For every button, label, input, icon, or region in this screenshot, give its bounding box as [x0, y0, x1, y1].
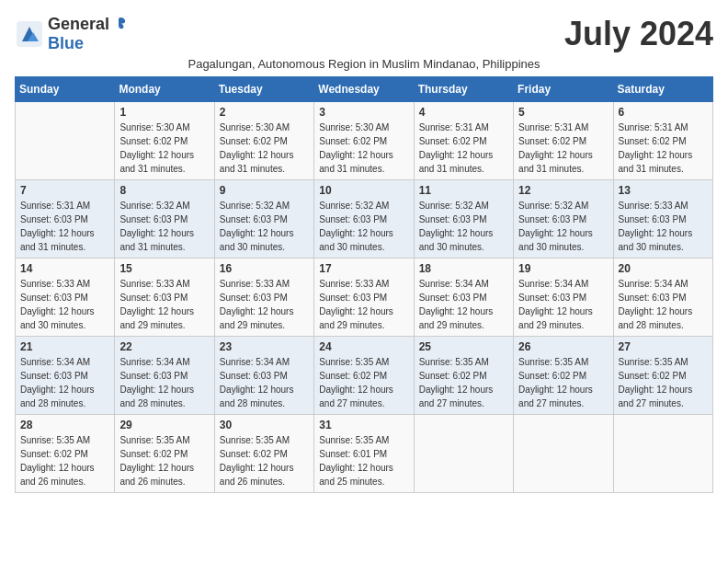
calendar-cell: 18Sunrise: 5:34 AM Sunset: 6:03 PM Dayli…: [414, 259, 513, 337]
calendar-cell: 3Sunrise: 5:30 AM Sunset: 6:02 PM Daylig…: [314, 102, 414, 180]
day-number: 19: [518, 262, 608, 275]
day-number: 6: [619, 106, 708, 119]
calendar-cell: 24Sunrise: 5:35 AM Sunset: 6:02 PM Dayli…: [314, 337, 414, 415]
calendar-cell: 29Sunrise: 5:35 AM Sunset: 6:02 PM Dayli…: [115, 415, 214, 493]
day-info: Sunrise: 5:30 AM Sunset: 6:02 PM Dayligh…: [220, 121, 309, 176]
day-info: Sunrise: 5:33 AM Sunset: 6:03 PM Dayligh…: [319, 277, 408, 332]
day-number: 16: [220, 262, 309, 275]
day-number: 11: [419, 184, 508, 197]
day-number: 4: [419, 106, 508, 119]
day-number: 17: [319, 262, 408, 275]
calendar-cell: [414, 415, 513, 493]
day-number: 10: [319, 184, 408, 197]
day-number: 7: [20, 184, 109, 197]
day-number: 9: [220, 184, 309, 197]
logo: General Blue: [15, 15, 127, 53]
day-info: Sunrise: 5:35 AM Sunset: 6:02 PM Dayligh…: [419, 355, 508, 410]
day-number: 23: [220, 340, 309, 353]
calendar-day-header: Monday: [115, 77, 214, 102]
calendar-header-row: SundayMondayTuesdayWednesdayThursdayFrid…: [16, 77, 713, 102]
calendar-cell: [16, 102, 115, 180]
day-number: 13: [619, 184, 708, 197]
day-info: Sunrise: 5:32 AM Sunset: 6:03 PM Dayligh…: [518, 199, 608, 254]
day-number: 5: [518, 106, 608, 119]
day-number: 28: [20, 419, 109, 431]
day-number: 20: [619, 262, 708, 275]
day-info: Sunrise: 5:35 AM Sunset: 6:02 PM Dayligh…: [119, 433, 209, 488]
day-number: 31: [319, 419, 408, 431]
logo-blue: Blue: [48, 34, 84, 52]
calendar-cell: 6Sunrise: 5:31 AM Sunset: 6:02 PM Daylig…: [613, 102, 712, 180]
logo-bird-icon: [110, 15, 127, 31]
calendar-cell: [613, 415, 712, 493]
day-number: 26: [518, 340, 608, 353]
day-number: 29: [119, 419, 209, 431]
day-number: 1: [119, 106, 209, 119]
page-header: General Blue July 2024: [15, 15, 713, 53]
day-info: Sunrise: 5:32 AM Sunset: 6:03 PM Dayligh…: [319, 199, 408, 254]
calendar-cell: 22Sunrise: 5:34 AM Sunset: 6:03 PM Dayli…: [115, 337, 214, 415]
day-number: 14: [20, 262, 109, 275]
day-info: Sunrise: 5:34 AM Sunset: 6:03 PM Dayligh…: [518, 277, 608, 332]
calendar-cell: 5Sunrise: 5:31 AM Sunset: 6:02 PM Daylig…: [514, 102, 613, 180]
day-number: 2: [220, 106, 309, 119]
day-number: 25: [419, 340, 508, 353]
calendar-cell: 31Sunrise: 5:35 AM Sunset: 6:01 PM Dayli…: [314, 415, 414, 493]
day-number: 30: [220, 419, 309, 431]
day-info: Sunrise: 5:34 AM Sunset: 6:03 PM Dayligh…: [619, 277, 708, 332]
calendar-cell: 25Sunrise: 5:35 AM Sunset: 6:02 PM Dayli…: [414, 337, 513, 415]
calendar-week-row: 1Sunrise: 5:30 AM Sunset: 6:02 PM Daylig…: [16, 102, 713, 180]
calendar-week-row: 28Sunrise: 5:35 AM Sunset: 6:02 PM Dayli…: [16, 415, 713, 493]
calendar-cell: 4Sunrise: 5:31 AM Sunset: 6:02 PM Daylig…: [414, 102, 513, 180]
calendar-cell: 11Sunrise: 5:32 AM Sunset: 6:03 PM Dayli…: [414, 180, 513, 259]
day-info: Sunrise: 5:34 AM Sunset: 6:03 PM Dayligh…: [20, 355, 109, 410]
calendar-cell: 9Sunrise: 5:32 AM Sunset: 6:03 PM Daylig…: [214, 180, 313, 259]
day-number: 8: [119, 184, 209, 197]
day-info: Sunrise: 5:35 AM Sunset: 6:02 PM Dayligh…: [619, 355, 708, 410]
day-info: Sunrise: 5:34 AM Sunset: 6:03 PM Dayligh…: [220, 355, 309, 410]
calendar-day-header: Thursday: [414, 77, 513, 102]
calendar-cell: 2Sunrise: 5:30 AM Sunset: 6:02 PM Daylig…: [214, 102, 313, 180]
month-title: July 2024: [564, 15, 713, 53]
calendar-week-row: 7Sunrise: 5:31 AM Sunset: 6:03 PM Daylig…: [16, 180, 713, 259]
day-info: Sunrise: 5:31 AM Sunset: 6:03 PM Dayligh…: [20, 199, 109, 254]
day-number: 15: [119, 262, 209, 275]
day-number: 24: [319, 340, 408, 353]
day-info: Sunrise: 5:31 AM Sunset: 6:02 PM Dayligh…: [619, 121, 708, 176]
calendar-cell: 23Sunrise: 5:34 AM Sunset: 6:03 PM Dayli…: [214, 337, 313, 415]
day-number: 18: [419, 262, 508, 275]
day-number: 21: [20, 340, 109, 353]
calendar-cell: 17Sunrise: 5:33 AM Sunset: 6:03 PM Dayli…: [314, 259, 414, 337]
calendar-table: SundayMondayTuesdayWednesdayThursdayFrid…: [15, 76, 713, 493]
day-info: Sunrise: 5:32 AM Sunset: 6:03 PM Dayligh…: [220, 199, 309, 254]
logo-general: General: [48, 15, 109, 34]
calendar-cell: 28Sunrise: 5:35 AM Sunset: 6:02 PM Dayli…: [16, 415, 115, 493]
calendar-day-header: Friday: [514, 77, 613, 102]
day-info: Sunrise: 5:34 AM Sunset: 6:03 PM Dayligh…: [419, 277, 508, 332]
day-info: Sunrise: 5:30 AM Sunset: 6:02 PM Dayligh…: [319, 121, 408, 176]
calendar-cell: 15Sunrise: 5:33 AM Sunset: 6:03 PM Dayli…: [115, 259, 214, 337]
calendar-cell: [514, 415, 613, 493]
day-number: 3: [319, 106, 408, 119]
calendar-cell: 12Sunrise: 5:32 AM Sunset: 6:03 PM Dayli…: [514, 180, 613, 259]
calendar-cell: 7Sunrise: 5:31 AM Sunset: 6:03 PM Daylig…: [16, 180, 115, 259]
logo-icon: [15, 19, 44, 49]
day-info: Sunrise: 5:34 AM Sunset: 6:03 PM Dayligh…: [119, 355, 209, 410]
day-number: 12: [518, 184, 608, 197]
calendar-cell: 10Sunrise: 5:32 AM Sunset: 6:03 PM Dayli…: [314, 180, 414, 259]
calendar-cell: 21Sunrise: 5:34 AM Sunset: 6:03 PM Dayli…: [16, 337, 115, 415]
day-info: Sunrise: 5:33 AM Sunset: 6:03 PM Dayligh…: [20, 277, 109, 332]
calendar-cell: 1Sunrise: 5:30 AM Sunset: 6:02 PM Daylig…: [115, 102, 214, 180]
day-info: Sunrise: 5:35 AM Sunset: 6:02 PM Dayligh…: [319, 355, 408, 410]
day-info: Sunrise: 5:35 AM Sunset: 6:01 PM Dayligh…: [319, 433, 408, 488]
calendar-day-header: Tuesday: [214, 77, 313, 102]
day-info: Sunrise: 5:35 AM Sunset: 6:02 PM Dayligh…: [518, 355, 608, 410]
calendar-week-row: 21Sunrise: 5:34 AM Sunset: 6:03 PM Dayli…: [16, 337, 713, 415]
calendar-day-header: Sunday: [16, 77, 115, 102]
calendar-cell: 13Sunrise: 5:33 AM Sunset: 6:03 PM Dayli…: [613, 180, 712, 259]
day-number: 22: [119, 340, 209, 353]
day-info: Sunrise: 5:32 AM Sunset: 6:03 PM Dayligh…: [119, 199, 209, 254]
calendar-body: 1Sunrise: 5:30 AM Sunset: 6:02 PM Daylig…: [16, 102, 713, 493]
calendar-cell: 26Sunrise: 5:35 AM Sunset: 6:02 PM Dayli…: [514, 337, 613, 415]
day-info: Sunrise: 5:35 AM Sunset: 6:02 PM Dayligh…: [20, 433, 109, 488]
